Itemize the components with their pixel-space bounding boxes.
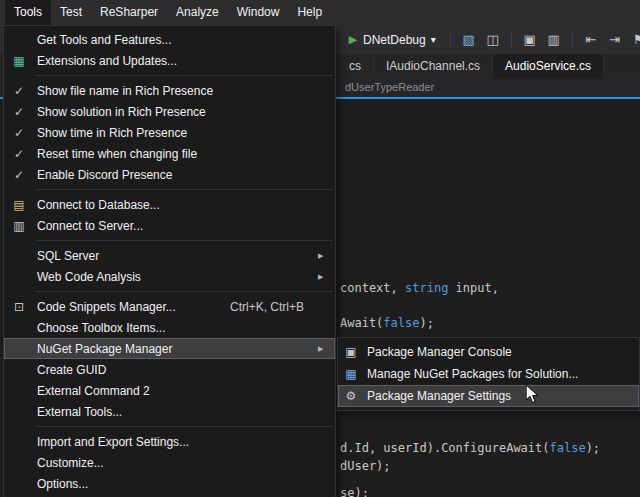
menu-item-label: Show time in Rich Presence — [34, 126, 318, 140]
menu-item-label: Package Manager Console — [364, 345, 622, 359]
tools-menu-item-connect-to-database[interactable]: ▤Connect to Database... — [4, 194, 335, 215]
menubar-item-tools[interactable]: Tools — [5, 0, 51, 25]
code-segment: input, — [448, 281, 499, 295]
menu-item-label: Show file name in Rich Presence — [34, 84, 318, 98]
tools-menu-item-enable-discord-presence[interactable]: ✓Enable Discord Presence — [4, 164, 335, 185]
toolbar-separator — [450, 31, 451, 48]
tools-menu-item-extensions-and-updates[interactable]: ▦Extensions and Updates... — [4, 50, 335, 71]
split-pane-icon[interactable]: ▥ — [542, 32, 566, 47]
menu-item-label: Package Manager Settings — [364, 389, 622, 403]
menu-item-label: Manage NuGet Packages for Solution... — [364, 367, 622, 381]
new-window-icon[interactable]: ▣ — [518, 32, 542, 47]
menu-item-label: Create GUID — [34, 363, 318, 377]
tools-menu-item-show-solution-in-rich-presence[interactable]: ✓Show solution in Rich Presence — [4, 101, 335, 122]
code-line: d.Id, userId).ConfigureAwait(false); — [340, 441, 600, 455]
tools-menu-item-create-guid[interactable]: Create GUID — [4, 359, 335, 380]
tools-menu-item-reset-time-when-changing-file[interactable]: ✓Reset time when changing file — [4, 143, 335, 164]
tools-menu-item-code-snippets-manager[interactable]: ⊡Code Snippets Manager...Ctrl+K, Ctrl+B — [4, 296, 335, 317]
tools-menu-item-choose-toolbox-items[interactable]: Choose Toolbox Items... — [4, 317, 335, 338]
code-line: context, string input, — [340, 281, 499, 295]
navbar-member-dropdown[interactable]: dUserTypeReader — [345, 81, 434, 93]
check-icon: ✓ — [4, 168, 34, 182]
tools-menu-separator — [36, 75, 333, 76]
menu-item-label: Code Snippets Manager... — [34, 300, 212, 314]
menubar-item-analyze[interactable]: Analyze — [167, 0, 228, 25]
menubar-item-test[interactable]: Test — [51, 0, 91, 25]
code-segment: false — [550, 441, 586, 455]
tools-menu-item-external-command-2[interactable]: External Command 2 — [4, 380, 335, 401]
debug-target-label[interactable]: DNetDebug — [363, 33, 426, 47]
tools-menu-item-get-tools-and-features[interactable]: Get Tools and Features... — [4, 29, 335, 50]
menu-item-label: SQL Server — [34, 249, 318, 263]
indent-increase-icon[interactable]: ⇥ — [603, 32, 627, 47]
menu-bar: ToolsTestReSharperAnalyzeWindowHelp — [0, 0, 640, 25]
tools-menu-item-connect-to-server[interactable]: ▥Connect to Server... — [4, 215, 335, 236]
toolbar-separator — [572, 31, 573, 48]
tab-cs[interactable]: cs — [337, 54, 374, 78]
gear-icon: ⚙ — [338, 389, 364, 403]
submenu-arrow-icon: ▶ — [318, 252, 333, 260]
nuget-icon: ▦ — [338, 367, 364, 381]
tools-menu-item-web-code-analysis[interactable]: Web Code Analysis▶ — [4, 266, 335, 287]
nuget-package-manager-submenu: ▣Package Manager Console▦Manage NuGet Pa… — [337, 337, 640, 411]
nuget-submenu-item-package-manager-console[interactable]: ▣Package Manager Console — [338, 341, 639, 363]
menu-item-label: Show solution in Rich Presence — [34, 105, 318, 119]
code-segment: d.Id, userId).ConfigureAwait( — [340, 441, 550, 455]
tools-menu-item-show-time-in-rich-presence[interactable]: ✓Show time in Rich Presence — [4, 122, 335, 143]
code-segment: string — [405, 281, 448, 295]
menubar-item-resharper[interactable]: ReSharper — [91, 0, 167, 25]
code-segment: ); — [419, 316, 433, 330]
check-icon: ✓ — [4, 84, 34, 98]
menubar-item-help[interactable]: Help — [288, 0, 331, 25]
menu-item-label: Connect to Database... — [34, 198, 318, 212]
find-in-files-icon[interactable]: ▧ — [457, 32, 481, 47]
menu-item-label: Web Code Analysis — [34, 270, 318, 284]
chevron-down-icon[interactable]: ▾ — [431, 34, 436, 45]
tools-menu-item-sql-server[interactable]: SQL Server▶ — [4, 245, 335, 266]
tools-menu-item-import-and-export-settings[interactable]: Import and Export Settings... — [4, 431, 335, 452]
code-segment: se); — [340, 486, 369, 497]
console-icon: ▣ — [338, 345, 364, 359]
code-line: se); — [340, 486, 369, 497]
menu-item-label: Extensions and Updates... — [34, 54, 318, 68]
tools-menu-item-external-tools[interactable]: External Tools... — [4, 401, 335, 422]
menu-item-label: Customize... — [34, 456, 318, 470]
nuget-submenu-item-manage-nuget-packages-for-solution[interactable]: ▦Manage NuGet Packages for Solution... — [338, 363, 639, 385]
snippets-icon: ⊡ — [4, 300, 34, 314]
tools-menu-item-show-file-name-in-rich-presence[interactable]: ✓Show file name in Rich Presence — [4, 80, 335, 101]
menu-item-label: Get Tools and Features... — [34, 33, 318, 47]
toolbar-icon-group: ▧◫▣▥⇤⇥⚑▦ — [457, 31, 640, 48]
tools-menu-item-nuget-package-manager[interactable]: NuGet Package Manager▶ — [4, 338, 335, 359]
tools-menu: Get Tools and Features...▦Extensions and… — [3, 25, 336, 497]
nuget-submenu-item-package-manager-settings[interactable]: ⚙Package Manager Settings — [338, 385, 639, 407]
menubar-item-window[interactable]: Window — [228, 0, 289, 25]
code-segment: ); — [586, 441, 600, 455]
code-segment: dUser); — [340, 459, 391, 473]
menu-item-label: Reset time when changing file — [34, 147, 318, 161]
check-icon: ✓ — [4, 126, 34, 140]
tools-menu-item-options[interactable]: Options... — [4, 473, 335, 494]
menu-item-shortcut: Ctrl+K, Ctrl+B — [230, 300, 304, 314]
database-icon: ▤ — [4, 198, 34, 212]
start-debugging-icon[interactable]: ▶ — [345, 33, 361, 46]
bookmark-icon[interactable]: ⚑ — [627, 32, 640, 47]
menu-item-label: Import and Export Settings... — [34, 435, 318, 449]
code-segment: Await( — [340, 316, 383, 330]
tools-menu-separator — [36, 291, 333, 292]
check-icon: ✓ — [4, 147, 34, 161]
code-segment: context, — [340, 281, 405, 295]
preview-pane-icon[interactable]: ◫ — [481, 32, 505, 47]
submenu-arrow-icon: ▶ — [318, 345, 333, 353]
tab-audioservice-cs[interactable]: AudioService.cs — [493, 54, 604, 78]
submenu-arrow-icon: ▶ — [318, 273, 333, 281]
mouse-cursor — [526, 385, 539, 404]
tools-menu-item-customize[interactable]: Customize... — [4, 452, 335, 473]
toolbar-separator — [511, 31, 512, 48]
menu-item-label: Connect to Server... — [34, 219, 318, 233]
extensions-icon: ▦ — [4, 54, 34, 68]
indent-decrease-icon[interactable]: ⇤ — [579, 32, 603, 47]
server-icon: ▥ — [4, 219, 34, 233]
tab-iaudiochannel-cs[interactable]: IAudioChannel.cs — [374, 54, 493, 78]
tools-menu-separator — [36, 426, 333, 427]
menu-item-label: Choose Toolbox Items... — [34, 321, 318, 335]
